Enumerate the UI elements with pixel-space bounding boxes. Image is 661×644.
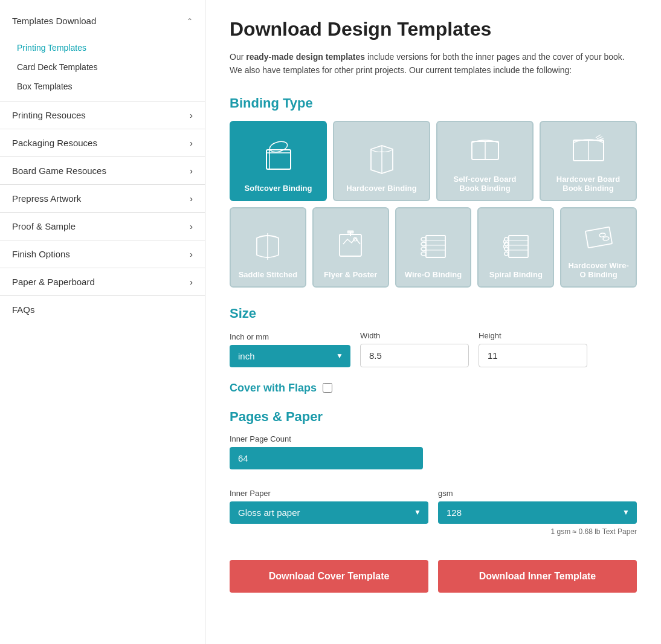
svg-point-29 [505, 247, 508, 251]
pages-paper-section: Inner Page Count 2428323640 4448525660 6… [230, 434, 637, 536]
svg-point-32 [599, 233, 605, 237]
cover-flaps-title: Cover with Flaps [230, 382, 317, 394]
pages-paper-title: Pages & Paper [230, 409, 637, 425]
sidebar-item-packaging-resouces[interactable]: Packaging Resouces › [0, 129, 205, 157]
chevron-right-icon: › [190, 221, 193, 231]
sidebar-item-paper-paperboard[interactable]: Paper & Paperboard › [0, 268, 205, 296]
sidebar-item-proof-sample[interactable]: Proof & Sample › [0, 213, 205, 240]
unit-select-wrapper: inch mm ▼ [230, 345, 350, 367]
svg-point-3 [268, 141, 288, 154]
sidebar: Templates Download ⌃ Printing Templates … [0, 0, 205, 644]
chevron-right-icon: › [190, 249, 193, 259]
wireo-icon [415, 227, 451, 265]
width-label: Width [360, 331, 469, 340]
binding-type-title: Binding Type [230, 95, 637, 111]
binding-grid-bottom: Saddle Stitched Flyer & Poster [230, 207, 637, 288]
hardcoverwireo-icon [581, 218, 617, 256]
sidebar-item-printing-resouces[interactable]: Printing Resouces › [0, 101, 205, 129]
binding-card-wireo[interactable]: Wire-O Binding [395, 207, 472, 288]
binding-card-flyer[interactable]: Flyer & Poster [312, 207, 389, 288]
sidebar-item-faqs[interactable]: FAQs [0, 296, 205, 323]
gsm-group: gsm 8090100115 128135150157 170200 ▼ [438, 489, 637, 524]
svg-point-22 [421, 252, 426, 256]
svg-rect-15 [426, 236, 445, 257]
gsm-col: gsm 8090100115 128135150157 170200 ▼ [438, 489, 637, 524]
svg-point-33 [602, 236, 609, 241]
svg-point-21 [421, 247, 426, 251]
binding-card-hardcover-label: Hardcover Binding [346, 184, 416, 193]
gsm-select[interactable]: 8090100115 128135150157 170200 [438, 501, 637, 524]
gsm-select-wrapper: 8090100115 128135150157 170200 ▼ [438, 501, 637, 524]
cover-flaps-section: Cover with Flaps [230, 382, 637, 394]
inner-paper-select[interactable]: Gloss art paper Matte art paper Uncoated… [230, 501, 428, 524]
sidebar-sub-items-templates: Printing Templates Card Deck Templates B… [0, 36, 205, 101]
sidebar-item-paper-paperboard-label: Paper & Paperboard [12, 277, 95, 287]
binding-card-wireo-label: Wire-O Binding [405, 270, 462, 279]
intro-before: Our [230, 52, 246, 62]
intro-text: Our ready-made design templates include … [230, 50, 637, 77]
download-inner-button[interactable]: Download Inner Template [438, 560, 637, 593]
spiral-icon [498, 227, 534, 265]
paper-row: Inner Paper Gloss art paper Matte art pa… [230, 489, 637, 524]
binding-card-flyer-label: Flyer & Poster [324, 270, 377, 279]
binding-card-spiral[interactable]: Spiral Binding [477, 207, 554, 288]
binding-card-hardcoverwireo[interactable]: Hardcover Wire-O Binding [560, 207, 637, 288]
hardcoverboard-icon [570, 132, 607, 170]
width-field-group: Width [360, 331, 469, 367]
size-row: Inch or mm inch mm ▼ Width Height [230, 331, 637, 367]
unit-field-group: Inch or mm inch mm ▼ [230, 332, 350, 367]
selfcover-icon [467, 132, 503, 170]
chevron-right-icon: › [190, 277, 193, 287]
inner-page-label: Inner Page Count [230, 434, 637, 443]
width-input[interactable] [360, 344, 469, 367]
flyer-icon [332, 227, 369, 265]
svg-point-27 [505, 237, 508, 241]
inner-paper-select-wrapper: Gloss art paper Matte art paper Uncoated… [230, 501, 428, 524]
binding-card-hardcoverboard[interactable]: Hardcover Board Book Binding [540, 121, 637, 201]
svg-rect-10 [340, 234, 361, 256]
height-label: Height [479, 331, 587, 340]
binding-card-saddle[interactable]: Saddle Stitched [230, 207, 306, 288]
sidebar-item-prepress-artwork[interactable]: Prepress Artwork › [0, 185, 205, 213]
inner-page-count-group: Inner Page Count 2428323640 4448525660 6… [230, 434, 637, 479]
inner-page-select[interactable]: 2428323640 4448525660 6468727680 [230, 447, 423, 469]
sidebar-item-printing-resouces-label: Printing Resouces [12, 110, 86, 120]
download-row: Download Cover Template Download Inner T… [230, 560, 637, 593]
chevron-right-icon: › [190, 193, 193, 204]
hardcover-icon [364, 141, 400, 179]
inner-page-chevron-icon: ▼ [622, 454, 630, 462]
intro-bold: ready-made design templates [246, 52, 365, 62]
sidebar-item-finish-options-label: Finish Options [12, 249, 70, 259]
sidebar-item-templates-download[interactable]: Templates Download ⌃ [0, 6, 205, 36]
sidebar-item-card-deck-templates[interactable]: Card Deck Templates [0, 57, 205, 77]
binding-card-hardcoverboard-label: Hardcover Board Book Binding [547, 175, 630, 193]
svg-point-19 [421, 237, 426, 241]
sidebar-item-board-game-resouces[interactable]: Board Game Resouces › [0, 157, 205, 185]
binding-card-saddle-label: Saddle Stitched [239, 270, 298, 279]
saddle-icon [250, 227, 286, 265]
sidebar-item-finish-options[interactable]: Finish Options › [0, 240, 205, 268]
main-content: Download Design Templates Our ready-made… [205, 0, 661, 644]
binding-card-hardcover[interactable]: Hardcover Binding [333, 121, 430, 201]
sidebar-section-templates: Templates Download ⌃ Printing Templates … [0, 6, 205, 101]
unit-select[interactable]: inch mm [230, 345, 350, 367]
unit-label: Inch or mm [230, 332, 350, 341]
chevron-right-icon: › [190, 110, 193, 120]
sidebar-item-prepress-artwork-label: Prepress Artwork [12, 193, 81, 204]
sidebar-item-faqs-label: FAQs [12, 304, 35, 315]
inner-paper-col: Inner Paper Gloss art paper Matte art pa… [230, 489, 428, 524]
binding-card-softcover[interactable]: Softcover Binding [230, 121, 327, 201]
size-title: Size [230, 306, 637, 321]
height-input[interactable] [479, 344, 587, 367]
sidebar-item-templates-download-label: Templates Download [12, 16, 96, 26]
inner-paper-label: Inner Paper [230, 489, 428, 498]
sidebar-item-box-templates[interactable]: Box Templates [0, 77, 205, 96]
sidebar-item-board-game-resouces-label: Board Game Resouces [12, 166, 106, 176]
cover-flaps-checkbox[interactable] [323, 383, 332, 393]
download-cover-button[interactable]: Download Cover Template [230, 560, 428, 593]
inner-page-select-wrapper: 2428323640 4448525660 6468727680 ▼ [230, 447, 637, 469]
sidebar-item-proof-sample-label: Proof & Sample [12, 221, 76, 231]
sidebar-item-packaging-resouces-label: Packaging Resouces [12, 138, 97, 148]
sidebar-item-printing-templates[interactable]: Printing Templates [0, 38, 205, 57]
binding-card-selfcover[interactable]: Self-cover Board Book Binding [436, 121, 534, 201]
